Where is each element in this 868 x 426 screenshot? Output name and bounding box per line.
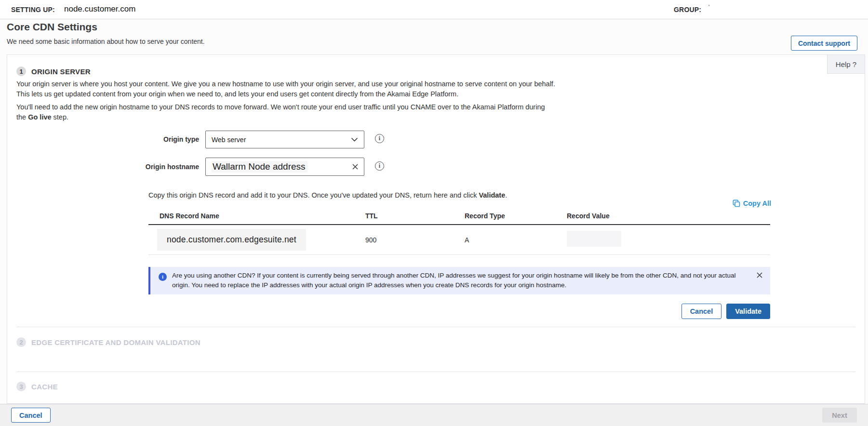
table-row: node.customer.com.edgesuite.net 900 A xyxy=(148,225,770,255)
chevron-down-icon xyxy=(351,137,358,142)
copy-icon xyxy=(733,200,740,207)
setting-up-label: SETTING UP: xyxy=(11,6,55,13)
origin-hostname-input[interactable]: Wallarm Node address xyxy=(205,158,364,176)
footer-next-button[interactable]: Next xyxy=(822,408,857,423)
column-header-ttl: TTL xyxy=(365,212,465,220)
origin-hostname-value: Wallarm Node address xyxy=(212,161,307,173)
info-banner-text: Are you using another CDN? If your conte… xyxy=(172,271,749,291)
page-title: Core CDN Settings xyxy=(7,21,97,33)
description-2-tail: step. xyxy=(52,113,68,121)
step-3-title: CACHE xyxy=(31,383,58,391)
step-1-actions: Cancel Validate xyxy=(148,304,770,319)
record-value-redacted-box xyxy=(567,231,621,247)
footer-bar: Cancel Next xyxy=(0,404,868,426)
group-label: GROUP: xyxy=(674,6,701,13)
origin-server-description-2: You'll need to add the new origin hostna… xyxy=(16,102,555,122)
origin-type-label: Origin type xyxy=(7,135,199,143)
column-header-dns-record-name: DNS Record Name xyxy=(148,212,365,220)
help-tab[interactable]: Help ? xyxy=(827,55,865,74)
copy-instruction-text: Copy this origin DNS record and add it t… xyxy=(148,191,479,199)
footer-cancel-button[interactable]: Cancel xyxy=(11,408,51,423)
step-2-header: 2 EDGE CERTIFICATE AND DOMAIN VALIDATION xyxy=(16,337,200,347)
step-2-title: EDGE CERTIFICATE AND DOMAIN VALIDATION xyxy=(31,338,200,346)
group-value: ' xyxy=(708,4,709,11)
clear-input-icon[interactable] xyxy=(352,164,358,170)
copy-dns-instruction: Copy this origin DNS record and add it t… xyxy=(148,191,507,199)
step-3-header: 3 CACHE xyxy=(16,382,58,391)
setting-up-hostname: node.customer.com xyxy=(64,4,135,14)
record-type-value: A xyxy=(465,236,567,244)
step-3-number-badge: 3 xyxy=(16,382,26,391)
setup-card: Help ? 1 ORIGIN SERVER Your origin serve… xyxy=(7,54,865,404)
copy-all-label: Copy All xyxy=(743,200,771,207)
step-1-title: ORIGIN SERVER xyxy=(31,67,91,76)
banner-close-icon[interactable] xyxy=(757,272,762,278)
contact-support-button[interactable]: Contact support xyxy=(791,36,857,51)
section-divider xyxy=(16,327,855,327)
copy-instruction-tail: . xyxy=(505,191,507,199)
column-header-record-type: Record Type xyxy=(465,212,567,220)
validate-button[interactable]: Validate xyxy=(726,304,770,319)
copy-all-link[interactable]: Copy All xyxy=(733,200,771,207)
cancel-button[interactable]: Cancel xyxy=(681,304,722,319)
page-subtitle: We need some basic information about how… xyxy=(7,38,205,45)
origin-type-info-icon[interactable] xyxy=(375,134,384,143)
description-2-text: You'll need to add the new origin hostna… xyxy=(16,103,545,121)
ttl-value: 900 xyxy=(365,236,465,244)
section-divider xyxy=(16,372,855,372)
other-cdn-info-banner: i Are you using another CDN? If your con… xyxy=(148,267,770,294)
step-1-number-badge: 1 xyxy=(16,67,26,76)
origin-type-selected-value: Web server xyxy=(212,136,246,144)
dns-record-name-value: node.customer.com.edgesuite.net xyxy=(157,229,306,251)
origin-type-select[interactable]: Web server xyxy=(205,131,364,148)
column-header-record-value: Record Value xyxy=(567,212,770,220)
dns-records-table: DNS Record Name TTL Record Type Record V… xyxy=(148,212,770,255)
go-live-bold-text: Go live xyxy=(28,113,51,121)
origin-server-description-1: Your origin server is where you host you… xyxy=(16,79,555,99)
top-bar: SETTING UP: node.customer.com GROUP: ' xyxy=(0,0,868,19)
origin-hostname-label: Origin hostname xyxy=(7,163,199,171)
table-header-row: DNS Record Name TTL Record Type Record V… xyxy=(148,212,770,225)
origin-hostname-info-icon[interactable] xyxy=(375,161,384,171)
step-1-header: 1 ORIGIN SERVER xyxy=(16,67,91,76)
info-icon: i xyxy=(159,273,167,281)
step-2-number-badge: 2 xyxy=(16,337,26,347)
validate-bold-text: Validate xyxy=(479,191,505,199)
